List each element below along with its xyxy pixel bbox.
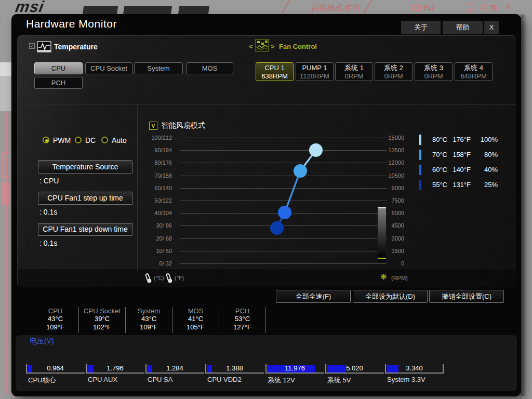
voltage-panel: 电压(V) 0.964CPU核心1.796CPU AUX1.284CPU SA1…	[16, 335, 517, 391]
y-left-tick: 0/ 32	[136, 260, 172, 267]
help-button[interactable]: 帮助	[443, 21, 483, 34]
mode-label-dc: DC	[85, 136, 96, 144]
temp-tab-system[interactable]: System	[134, 62, 183, 74]
dialog-shadow	[521, 15, 527, 396]
action-button-2[interactable]: 撤销全部设置(C)	[429, 290, 504, 303]
temp-tab-mos[interactable]: MOS	[186, 62, 233, 74]
fan-tab-name: 系统 1	[336, 64, 373, 72]
field-button-0[interactable]: Temperature Source	[38, 161, 132, 174]
voltage-header: 电压(V)	[30, 337, 54, 346]
temp-readout-celsius: 53°C	[219, 315, 265, 323]
dialog-title: Hardware Monitor	[26, 18, 117, 30]
legend-celsius: 55°C	[423, 181, 447, 189]
y-left-tick: 20/ 68	[136, 235, 172, 242]
temp-readout-name: CPU	[32, 307, 78, 315]
notification-icon[interactable]	[482, 4, 488, 10]
temp-tab-cpu[interactable]: CPU	[34, 62, 83, 74]
screenshot-camera-icon[interactable]	[412, 5, 421, 11]
section-checkbox-icon[interactable]: ✓	[29, 43, 35, 49]
fan-tab-5[interactable]: 系统 30RPM	[415, 62, 453, 81]
fan-curve-point[interactable]	[278, 206, 291, 219]
y-left-tick: 10/ 50	[136, 248, 172, 254]
temp-tab-pch[interactable]: PCH	[34, 77, 83, 89]
legend-fahrenheit: 140°F	[449, 166, 471, 174]
temp-readout-fahrenheit: 109°F	[32, 323, 78, 331]
fan-icon: ❋	[380, 272, 387, 282]
about-button[interactable]: 关于	[401, 21, 441, 34]
temp-readout-fahrenheit: 127°F	[219, 323, 265, 331]
fan-curve-chart	[174, 129, 392, 275]
temp-readout-name: PCH	[219, 307, 265, 315]
voltage-label: CPU AUX	[88, 376, 117, 383]
fan-curve-point[interactable]	[294, 164, 307, 178]
bios-screen: msi 高级模式 (F7) F12 简 ✕ GA Hardware Monito…	[0, 0, 532, 399]
monitor-panel: ✓ Temperature < > Fan Control CPUCPU Soc…	[17, 35, 516, 287]
voltage-value: 3.340	[385, 364, 444, 372]
temp-readout-name: System	[126, 307, 172, 315]
mode-radio-auto[interactable]	[101, 137, 108, 143]
bios-close-icon[interactable]: ✕	[505, 2, 512, 11]
fan-tab-3[interactable]: 系统 10RPM	[335, 62, 373, 81]
temp-readout-4: PCH53°C127°F	[219, 307, 266, 333]
next-section-arrow[interactable]: >	[271, 43, 275, 50]
fan-tab-rpm: 0RPM	[336, 72, 373, 81]
temp-tab-cpu-socket[interactable]: CPU Socket	[85, 62, 132, 74]
bios-title-blob	[178, 6, 209, 15]
fan-tab-6[interactable]: 系统 4648RPM	[455, 62, 493, 81]
fan-curve-point[interactable]	[309, 143, 323, 157]
voltage-label: CPU VDD2	[207, 376, 242, 383]
sidebar-item-dimmed	[2, 152, 10, 178]
prev-section-arrow[interactable]: <	[249, 43, 253, 50]
bios-title-blob	[123, 6, 172, 15]
fan-tab-rpm: 1120RPM	[296, 72, 333, 81]
legend-percent: 40%	[475, 166, 498, 174]
temp-readout-name: CPU Socket	[79, 307, 125, 315]
action-button-0[interactable]: 全部全速(F)	[276, 290, 351, 303]
bios-title-blob	[83, 6, 118, 15]
language-badge[interactable]: 简	[490, 3, 497, 12]
voltage-value: 0.964	[26, 364, 85, 372]
y-left-tick: 50/122	[136, 197, 172, 204]
legend-celsius: 60°C	[423, 166, 447, 174]
voltage-label: CPU SA	[148, 376, 172, 383]
header-divider-slash	[281, 0, 290, 16]
close-button[interactable]: X	[484, 21, 499, 34]
legend-color-bar	[419, 135, 421, 145]
legend-color-bar	[419, 180, 421, 190]
action-button-1[interactable]: 全部设为默认(D)	[353, 290, 428, 303]
fan-curve-point[interactable]	[270, 221, 284, 235]
fan-tab-2[interactable]: PUMP 11120RPM	[296, 62, 334, 81]
mode-radio-pwm[interactable]	[43, 137, 49, 143]
field-value-0: : CPU	[39, 177, 59, 185]
temp-readout-celsius: 39°C	[79, 315, 125, 323]
legend-celsius: 70°C	[423, 151, 447, 158]
temp-readout-celsius: 43°C	[126, 315, 172, 323]
y-left-tick: 80/176	[136, 159, 172, 166]
fan-control-icon	[255, 39, 269, 52]
mode-label-auto: Auto	[112, 136, 127, 144]
voltage-value: 1.284	[145, 364, 204, 372]
temp-readout-1: CPU Socket39°C102°F	[79, 307, 126, 333]
temperature-section-title: Temperature	[54, 43, 98, 51]
voltage-gauge-track	[145, 373, 204, 374]
fan-tab-name: CPU 1	[256, 64, 293, 72]
mode-radio-dc[interactable]	[75, 137, 82, 143]
smart-fan-checkbox[interactable]: V	[149, 122, 157, 130]
legend-fahrenheit: 176°F	[449, 136, 471, 143]
legend-color-bar	[419, 165, 421, 175]
legend-fahrenheit: 131°F	[449, 181, 471, 189]
sidebar-item-dimmed	[2, 182, 10, 205]
legend-celsius: 80°C	[423, 136, 447, 143]
fan-tab-name: PUMP 1	[296, 64, 333, 72]
legend-color-bar	[419, 150, 421, 160]
legend-percent: 25%	[475, 181, 498, 189]
temp-readout-2: System43°C109°F	[126, 307, 172, 333]
fan-tab-1[interactable]: CPU 1638RPM	[256, 62, 294, 81]
display-icon[interactable]	[465, 4, 474, 10]
y-left-tick: 60/140	[136, 185, 172, 191]
advanced-mode-button[interactable]: 高级模式 (F7)	[312, 3, 360, 13]
voltage-value: 5.020	[325, 364, 384, 372]
field-button-2[interactable]: CPU Fan1 step down time	[38, 223, 132, 236]
fan-tab-4[interactable]: 系统 20RPM	[375, 62, 413, 81]
field-button-1[interactable]: CPU Fan1 step up time	[38, 192, 132, 205]
